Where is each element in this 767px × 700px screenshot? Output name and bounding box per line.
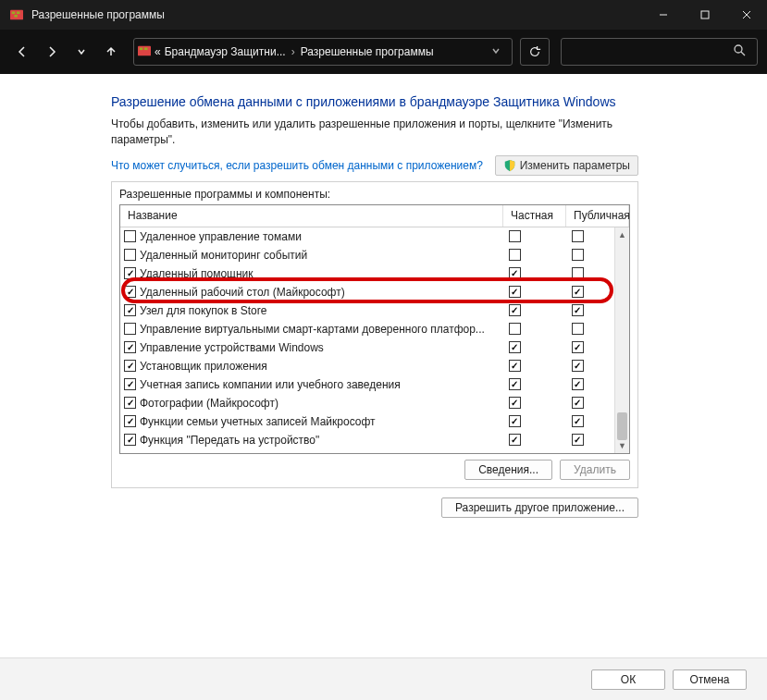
private-cell (485, 397, 548, 409)
public-checkbox[interactable] (572, 415, 584, 427)
search-box[interactable] (561, 38, 758, 66)
cancel-button[interactable]: Отмена (673, 669, 747, 690)
table-row[interactable]: Установщик приложения (120, 357, 614, 375)
enable-checkbox[interactable] (124, 434, 136, 446)
svg-rect-5 (701, 11, 709, 18)
page-headline: Разрешение обмена данными с приложениями… (111, 94, 629, 109)
minimize-button[interactable] (642, 0, 684, 30)
row-name: Удаленный помощник (140, 267, 485, 280)
recent-dropdown[interactable] (68, 39, 94, 65)
svg-point-11 (735, 45, 742, 53)
change-settings-button[interactable]: Изменить параметры (495, 155, 638, 176)
details-button[interactable]: Сведения... (464, 460, 552, 480)
ok-button[interactable]: ОК (591, 669, 665, 690)
enable-checkbox[interactable] (124, 378, 136, 390)
enable-checkbox[interactable] (124, 341, 136, 353)
refresh-button[interactable] (520, 38, 550, 66)
table-row[interactable]: Узел для покупок в Store (120, 301, 614, 320)
enable-checkbox[interactable] (124, 323, 136, 335)
private-cell (485, 230, 548, 242)
private-checkbox[interactable] (509, 230, 521, 242)
private-cell (485, 267, 548, 279)
table-row[interactable]: Функция "Передать на устройство" (120, 431, 614, 449)
private-checkbox[interactable] (509, 249, 521, 261)
public-checkbox[interactable] (572, 249, 584, 261)
address-bar[interactable]: « Брандмауэр Защитни... › Разрешенные пр… (133, 38, 513, 66)
back-button[interactable] (9, 39, 35, 65)
maximize-button[interactable] (684, 0, 725, 30)
public-cell (548, 230, 611, 242)
private-checkbox[interactable] (509, 434, 521, 446)
table-row[interactable]: Учетная запись компании или учебного зав… (120, 375, 614, 394)
help-link[interactable]: Что может случиться, если разрешить обме… (111, 159, 483, 172)
enable-checkbox[interactable] (124, 249, 136, 261)
allowed-apps-table: Название Частная Публичная Удаленное упр… (119, 204, 630, 454)
public-cell (548, 378, 611, 390)
private-cell (485, 286, 548, 298)
enable-checkbox[interactable] (124, 397, 136, 409)
up-button[interactable] (98, 39, 124, 65)
private-checkbox[interactable] (509, 341, 521, 353)
public-checkbox[interactable] (572, 267, 584, 279)
forward-button[interactable] (39, 39, 65, 65)
delete-button[interactable]: Удалить (560, 460, 630, 480)
public-checkbox[interactable] (572, 341, 584, 353)
breadcrumb-1[interactable]: Брандмауэр Защитни... (165, 45, 286, 58)
table-row[interactable]: Функции семьи учетных записей Майкрософт (120, 412, 614, 431)
public-checkbox[interactable] (572, 230, 584, 242)
svg-rect-9 (140, 47, 143, 50)
col-private[interactable]: Частная (503, 205, 566, 227)
public-checkbox[interactable] (572, 378, 584, 390)
enable-checkbox[interactable] (124, 304, 136, 316)
enable-checkbox[interactable] (124, 286, 136, 298)
private-checkbox[interactable] (509, 397, 521, 409)
enable-checkbox[interactable] (124, 360, 136, 372)
private-checkbox[interactable] (509, 360, 521, 372)
allow-another-button[interactable]: Разрешить другое приложение... (441, 497, 638, 518)
chevron-right-icon: › (291, 45, 295, 58)
col-public[interactable]: Публичная (566, 205, 629, 227)
scroll-down-icon[interactable]: ▼ (615, 438, 629, 453)
private-checkbox[interactable] (509, 323, 521, 335)
scrollbar[interactable]: ▲ ▼ (614, 227, 629, 453)
table-row[interactable]: Удаленный мониторинг событий (120, 246, 614, 264)
private-checkbox[interactable] (509, 286, 521, 298)
private-checkbox[interactable] (509, 415, 521, 427)
scroll-up-icon[interactable]: ▲ (615, 227, 629, 242)
table-row[interactable]: Удаленный помощник (120, 264, 614, 283)
private-checkbox[interactable] (509, 304, 521, 316)
public-checkbox[interactable] (572, 286, 584, 298)
address-dropdown[interactable] (484, 45, 508, 58)
table-row[interactable]: Управление виртуальными смарт-картами до… (120, 320, 614, 338)
private-cell (485, 415, 548, 427)
scrollbar-thumb[interactable] (617, 412, 627, 440)
table-row[interactable]: Фотографии (Майкрософт) (120, 394, 614, 412)
enable-checkbox[interactable] (124, 415, 136, 427)
public-checkbox[interactable] (572, 434, 584, 446)
enable-checkbox[interactable] (124, 230, 136, 242)
public-checkbox[interactable] (572, 360, 584, 372)
private-checkbox[interactable] (509, 378, 521, 390)
public-checkbox[interactable] (572, 304, 584, 316)
private-cell (485, 323, 548, 335)
public-checkbox[interactable] (572, 397, 584, 409)
row-name: Управление устройствами Windows (140, 341, 485, 354)
group-label: Разрешенные программы и компоненты: (119, 188, 630, 201)
content-area: Разрешение обмена данными с приложениями… (0, 74, 767, 656)
row-name: Удаленное управление томами (140, 230, 485, 243)
navbar: « Брандмауэр Защитни... › Разрешенные пр… (0, 30, 767, 74)
enable-checkbox[interactable] (124, 267, 136, 279)
svg-rect-2 (17, 12, 20, 15)
col-name[interactable]: Название (120, 205, 503, 227)
window-title: Разрешенные программы (31, 8, 165, 21)
breadcrumb-2[interactable]: Разрешенные программы (301, 45, 434, 58)
table-row[interactable]: Управление устройствами Windows (120, 338, 614, 357)
close-button[interactable] (725, 0, 767, 30)
private-checkbox[interactable] (509, 267, 521, 279)
public-checkbox[interactable] (572, 323, 584, 335)
table-row[interactable]: Удаленный рабочий стол (Майкрософт) (120, 283, 614, 301)
svg-rect-3 (14, 15, 18, 18)
row-name: Установщик приложения (140, 360, 485, 373)
table-row[interactable]: Удаленное управление томами (120, 227, 614, 246)
private-cell (485, 434, 548, 446)
